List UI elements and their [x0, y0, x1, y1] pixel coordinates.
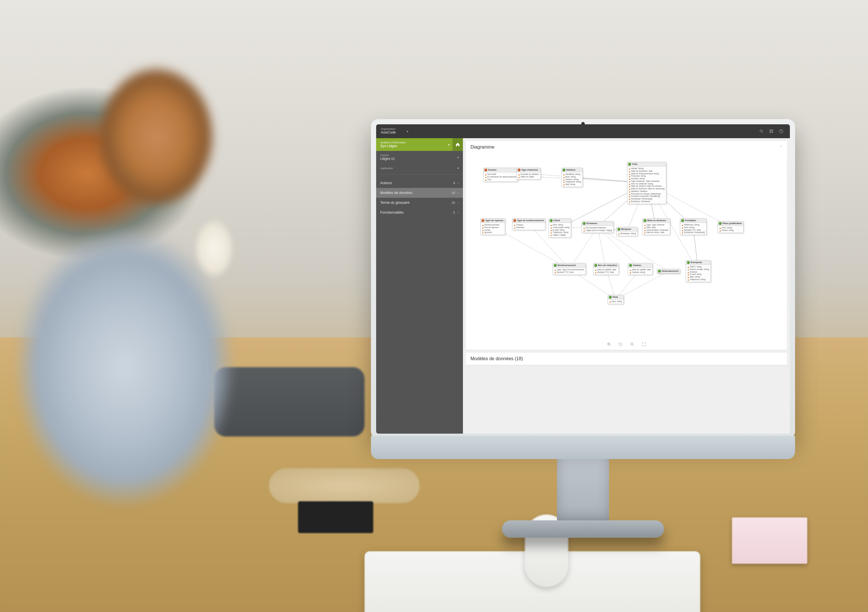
node-body: Date de validité: dateCadeau: string: [628, 268, 653, 275]
node-title: Prestation: [680, 219, 706, 223]
fullscreen-icon[interactable]: [640, 341, 647, 348]
node-attribute: Litiges: Litige[]: [550, 234, 569, 236]
node-attribute: Débiteur: Débiteur: [629, 190, 665, 193]
node-title: Piste: [608, 295, 623, 300]
nav-item[interactable]: Terme du glossaire18›: [376, 198, 463, 207]
diagram-node[interactable]: Type d'adresseDomicile du débiteurOffice…: [516, 168, 541, 179]
app-body: Système d'information Sys-Litiges ▾ Vers…: [376, 138, 790, 434]
pens-tray: [269, 468, 420, 503]
node-attribute: Entreprise: Entreprise[]: [682, 231, 705, 234]
svg-line-1: [762, 132, 763, 133]
svg-line-18: [598, 227, 606, 269]
zoom-in-icon[interactable]: [606, 341, 612, 348]
scene-background: Organisation AxioCode ▾: [0, 0, 868, 612]
nav-list: Acteurs4›Modèles de données18›Terme du g…: [376, 176, 463, 217]
diagram-node[interactable]: Type de remboursementChèqueVirement: [512, 218, 546, 230]
org-selector[interactable]: Organisation AxioCode: [381, 128, 396, 134]
reset-view-icon[interactable]: [617, 341, 624, 348]
main-content: Diagramme ⌃ DossierN: [463, 138, 790, 434]
node-attribute: Montant TTC: float: [554, 271, 584, 274]
node-title: Type de réponse: [480, 219, 505, 223]
diagram-node[interactable]: DossierNon-traitéEn demande de rembourse…: [483, 168, 518, 182]
diagram-node[interactable]: TodoIntitulé: StringDate de résolution: …: [627, 162, 666, 204]
node-attribute: Adresse: string: [629, 178, 665, 180]
version-label: Version: [380, 154, 457, 157]
node-body: ChèqueVirement: [512, 223, 545, 230]
node-body: Intitulé: StringDate de résolution: date…: [627, 167, 666, 204]
node-attribute: Contre: [482, 229, 504, 232]
node-body: Est nouvelle échéanceLitiges pris en cha…: [582, 226, 614, 233]
diagram-node[interactable]: EntrepriseSIRET: stringRaison sociale: s…: [686, 260, 711, 282]
node-body: Domicile du débiteurOffice du détail: [517, 172, 541, 179]
nav-item[interactable]: Fonctionnalités5›: [376, 207, 463, 217]
version-selector[interactable]: Version Litiges v1 ▾: [376, 151, 463, 164]
help-icon[interactable]: [777, 127, 785, 135]
node-attribute: E-mail: string: [687, 273, 709, 276]
node-body: Identifiant: stringNom: stringPrénom: st…: [562, 172, 583, 187]
diagram-toolbar: [606, 341, 647, 348]
node-attribute: Nom: string: [682, 226, 705, 229]
chevron-right-icon: ›: [458, 182, 459, 185]
diagram-node[interactable]: PrestationRéférence: stringNom: stringMo…: [680, 218, 707, 235]
nav-item-label: Acteurs: [380, 181, 453, 185]
node-title: Bloqueur: [617, 227, 637, 232]
node-attribute: Virement: [514, 226, 544, 229]
chevron-right-icon: ›: [458, 211, 459, 214]
diagram-node[interactable]: Mise en demeureType: Type d'interneDate:…: [642, 218, 670, 235]
data-models-header[interactable]: Modèles de données (18): [466, 353, 787, 365]
diagram-node[interactable]: BloqueurRemarque: string: [616, 227, 638, 236]
node-body: Référence: stringNom: stringMontant TTC:…: [680, 223, 706, 235]
node-attribute: Téléphone: string: [563, 181, 581, 183]
node-attribute: Nom: string: [563, 176, 581, 178]
diagram-node[interactable]: DébiteurIdentifiant: stringNom: stringPr…: [561, 168, 583, 187]
nav-item[interactable]: Acteurs4›: [376, 178, 463, 188]
diagram-node[interactable]: RemboursementType: Type de remboursement…: [553, 263, 586, 275]
nav-item-count: 18: [451, 191, 455, 195]
diagram-node[interactable]: ÉchéanceEst nouvelle échéanceLitiges pri…: [581, 221, 614, 233]
node-attribute: Type: Type d'interne: [644, 224, 668, 226]
diagram-node[interactable]: Dédouanement: [657, 269, 680, 274]
diagram-node[interactable]: Pièce justificativeNom: stringFichier: s…: [718, 221, 744, 233]
node-body: Nom: stringCode postal: stringE-mail: st…: [549, 223, 571, 237]
node-attribute: Cadeau: string: [629, 271, 651, 274]
node-attribute: Téléphone: string: [687, 278, 709, 281]
node-title: Mise en demeure: [643, 219, 670, 223]
node-attribute: Protocole: string: [629, 175, 665, 178]
diagram-panel-header[interactable]: Diagramme ⌃: [466, 141, 787, 153]
diagram-edges: [466, 153, 787, 350]
node-body: Nom: stringFichier: string: [718, 226, 743, 233]
diagram-node[interactable]: Bon de réductionDate de validité: dateMo…: [593, 263, 619, 275]
nav-item[interactable]: Modèles de données18›: [376, 188, 463, 198]
chevron-up-icon[interactable]: ⌃: [780, 145, 782, 149]
node-title: Dédouanement: [657, 269, 680, 274]
zoom-out-icon[interactable]: [629, 341, 636, 348]
application-label: Application: [380, 167, 457, 170]
node-attribute: Remarque: string: [618, 232, 636, 235]
node-attribute: Produits concernés: Prestation[]: [629, 195, 665, 198]
system-selector[interactable]: Système d'information Sys-Litiges ▾: [376, 138, 463, 151]
node-attribute: Montant TTC: float: [682, 229, 705, 232]
node-body: Date de validité: dateMontant TTC: float: [594, 268, 618, 275]
diagram-node[interactable]: Type de réponseRemboursementPas de répon…: [480, 218, 505, 235]
node-title: Débiteur: [562, 168, 583, 172]
diagram-node[interactable]: PisteNom: string: [608, 295, 624, 304]
diagram-node[interactable]: ClientNom: stringCode postal: stringE-ma…: [549, 218, 571, 238]
search-icon[interactable]: [758, 127, 766, 135]
diagram-canvas[interactable]: DossierNon-traitéEn demande de rembourse…: [466, 153, 787, 350]
node-attribute: Date de validité: date: [595, 269, 617, 271]
chevron-down-icon[interactable]: ▾: [407, 130, 408, 133]
diagram-node[interactable]: CadeauDate de validité: dateCadeau: stri…: [628, 263, 653, 275]
node-title: Entreprise: [686, 260, 711, 265]
node-title: Remboursement: [553, 263, 586, 268]
chevron-down-icon: ▾: [457, 156, 459, 159]
apps-grid-icon[interactable]: [767, 127, 775, 135]
monitor: Organisation AxioCode ▾: [376, 124, 790, 434]
node-attribute: Mise en demeure: Mise en demeure[]: [629, 188, 665, 190]
node-title: Client: [549, 219, 571, 223]
node-attribute: Prénom: string: [563, 178, 581, 181]
node-attribute: Commentaire: remarque: [644, 229, 668, 232]
home-button[interactable]: [453, 138, 463, 151]
node-attribute: Échéance: Échéance: [629, 200, 665, 203]
node-attribute: Litiges pris en charge: Litige[]: [583, 229, 612, 232]
application-selector[interactable]: Application ▾: [376, 164, 463, 173]
